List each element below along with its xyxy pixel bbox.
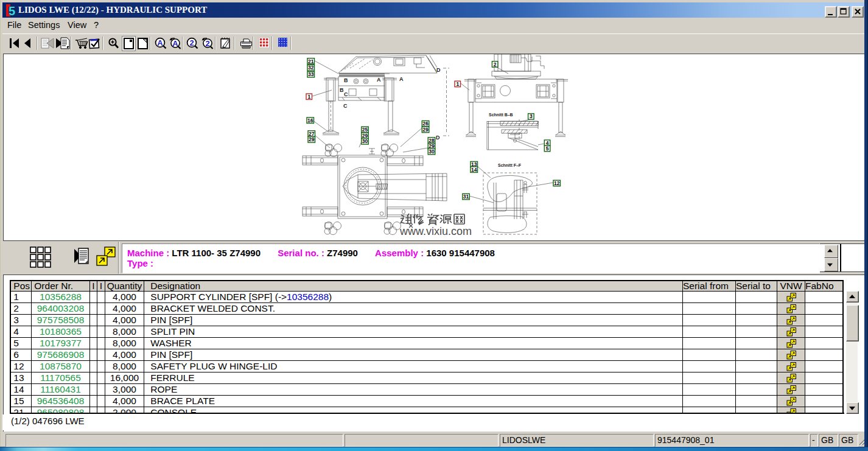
svg-text:26: 26 (422, 121, 429, 127)
svg-text:30: 30 (362, 138, 368, 144)
svg-text:27: 27 (309, 131, 315, 137)
svg-text:14: 14 (471, 167, 477, 173)
svg-text:1: 1 (456, 81, 459, 87)
svg-text:30: 30 (429, 149, 435, 155)
svg-text:31: 31 (463, 194, 469, 200)
svg-text:B: B (340, 87, 344, 93)
svg-text:3: 3 (530, 113, 533, 119)
svg-text:12: 12 (554, 180, 560, 186)
svg-text:D: D (436, 135, 440, 141)
svg-text:A: A (172, 39, 178, 48)
svg-text:A: A (377, 77, 381, 83)
svg-text:25: 25 (362, 127, 368, 133)
svg-text:29: 29 (309, 136, 315, 142)
svg-text:2: 2 (189, 38, 194, 47)
svg-text:B: B (344, 77, 348, 83)
svg-text:5: 5 (9, 4, 15, 17)
svg-text:1: 1 (307, 94, 310, 100)
svg-text:D: D (436, 67, 441, 73)
svg-text:21: 21 (308, 58, 314, 65)
svg-text:C: C (343, 103, 348, 109)
svg-text:A: A (157, 38, 163, 47)
svg-text:5: 5 (546, 145, 549, 152)
svg-text:29: 29 (422, 127, 429, 133)
svg-text:2: 2 (494, 61, 497, 68)
svg-text:Schnitt F–F: Schnitt F–F (498, 163, 522, 167)
svg-text:C: C (344, 91, 348, 97)
svg-text:Schnitt B–B: Schnitt B–B (489, 113, 513, 117)
svg-text:16: 16 (307, 117, 313, 124)
svg-text:2: 2 (205, 39, 209, 48)
svg-text:28: 28 (429, 138, 435, 144)
svg-text:A: A (399, 76, 404, 82)
svg-text:33: 33 (308, 71, 314, 77)
svg-text:www.vixiu.com: www.vixiu.com (399, 225, 472, 237)
svg-text:32: 32 (308, 65, 314, 71)
